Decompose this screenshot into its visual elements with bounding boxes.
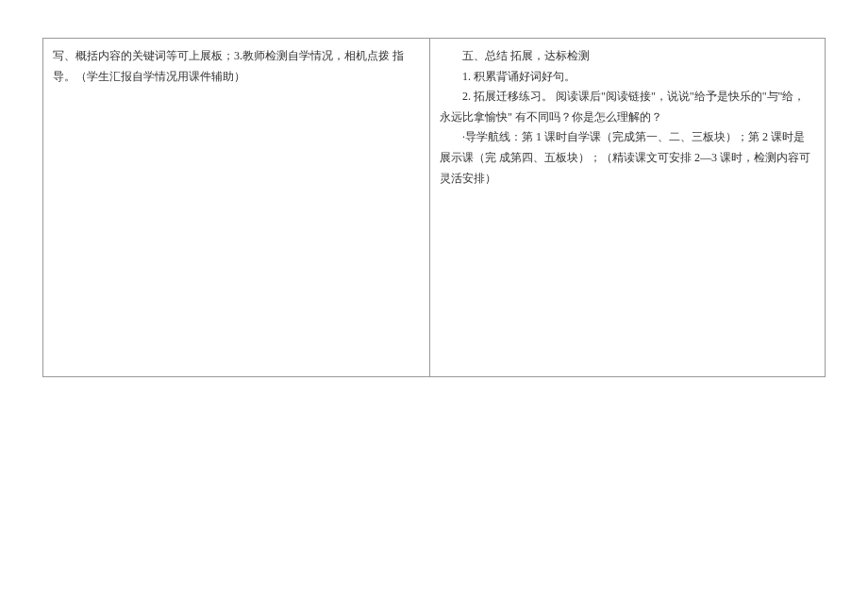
left-paragraph: 写、概括内容的关键词等可上展板；3.教师检测自学情况，相机点拨 指导。（学生汇报… [53,46,420,87]
lesson-table: 写、概括内容的关键词等可上展板；3.教师检测自学情况，相机点拨 指导。（学生汇报… [42,38,826,377]
left-column: 写、概括内容的关键词等可上展板；3.教师检测自学情况，相机点拨 指导。（学生汇报… [43,39,430,376]
item-1: 1. 积累背诵好词好句。 [440,67,815,88]
section-heading: 五、总结 拓展，达标检测 [440,46,815,67]
right-column: 五、总结 拓展，达标检测 1. 积累背诵好词好句。 2. 拓展迁移练习。 阅读课… [430,39,825,376]
study-note: ·导学航线：第 1 课时自学课（完成第一、二、三板块）；第 2 课时是展示课（完… [440,127,815,189]
item-2: 2. 拓展迁移练习。 阅读课后"阅读链接"，说说"给予是快乐的"与"给，永远比拿… [440,87,815,127]
